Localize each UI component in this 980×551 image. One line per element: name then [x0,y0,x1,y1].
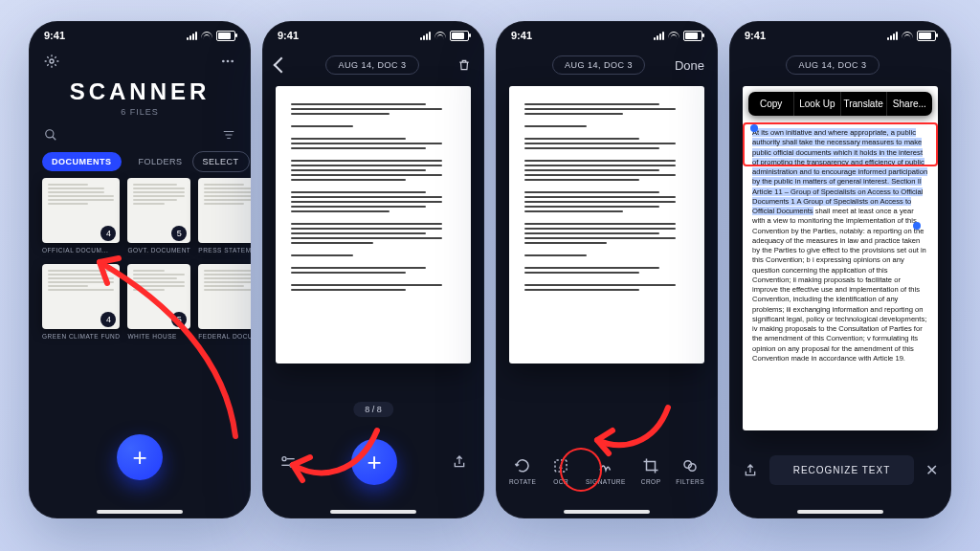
search-icon[interactable] [44,128,57,142]
doc-thumb[interactable]: 5 WHITE HOUSE [127,264,190,342]
home-indicator [330,510,416,514]
svg-point-1 [222,60,225,63]
svg-point-3 [231,60,234,63]
recognize-button[interactable]: RECOGNIZE TEXT [769,455,914,485]
home-indicator [97,510,183,514]
doc-label: OFFICIAL DOCUM... [42,247,120,256]
menu-share[interactable]: Share... [887,92,932,116]
share-icon[interactable] [452,453,467,471]
document-page[interactable] [509,86,704,364]
tool-label: CROP [641,478,661,485]
settings-icon[interactable] [44,54,59,69]
status-bar: 9:41 [496,21,718,48]
app-title: SCANNER [29,78,251,105]
tool-filters[interactable]: FILTERS [676,456,704,485]
back-icon[interactable] [274,57,290,74]
battery-icon [450,31,469,41]
doc-label: FEDERAL DOCUMENTS [198,333,251,342]
signal-icon [187,32,197,40]
doc-thumb[interactable]: 6 FEDERAL DOCUMENTS [198,264,251,342]
home-indicator [564,510,650,514]
doc-label: GREEN CLIMATE FUND [42,333,120,342]
annotation-arrow [588,402,674,459]
page-counter: 8 / 8 [353,402,393,417]
screen-edit: 9:41 AUG 14, DOC 3 Done ROTATE AOCR SIGN… [496,21,718,518]
more-icon[interactable] [220,54,235,69]
svg-point-6 [282,457,286,461]
doc-thumb[interactable]: 6 PRESS STATEMENT [198,178,251,256]
doc-label: GOVT. DOCUMENT [127,247,190,256]
document-page[interactable] [276,86,471,364]
home-indicator [797,510,883,514]
edit-toolbar: ROTATE AOCR SIGNATURE CROP FILTERS [496,456,718,485]
menu-lookup[interactable]: Look Up [794,92,840,116]
context-menu: Copy Look Up Translate Share... [748,92,932,116]
status-bar: 9:41 [262,21,484,48]
delete-icon[interactable] [457,57,471,73]
add-fab[interactable]: + [351,439,397,485]
wifi-icon [668,32,679,40]
annotation-box [743,122,938,166]
signal-icon [420,32,431,40]
status-bar: 9:41 [729,21,951,48]
document-grid: 4 OFFICIAL DOCUM... 5 GOVT. DOCUMENT 6 P… [29,178,251,342]
toggle-icon[interactable] [279,454,297,470]
tool-label: FILTERS [676,478,704,485]
annotation-circle [560,448,602,492]
svg-point-8 [290,463,294,467]
doc-title-chip[interactable]: AUG 14, DOC 3 [552,55,645,75]
screen-document: 9:41 AUG 14, DOC 3 8 / 8 + [262,21,484,518]
screen-library: 9:41 SCANNER 6 FILES DOCUMENTS FOLDERS S… [29,21,251,518]
share-icon[interactable] [743,462,758,479]
battery-icon [683,31,702,41]
wifi-icon [902,32,913,40]
tool-crop[interactable]: CROP [641,456,661,485]
battery-icon [216,31,235,41]
signal-icon [654,32,664,40]
tab-documents[interactable]: DOCUMENTS [42,152,122,171]
svg-point-0 [50,59,54,63]
doc-label: PRESS STATEMENT [198,247,251,256]
close-button[interactable]: ✕ [925,461,938,479]
sort-icon[interactable] [222,128,235,142]
doc-thumb[interactable]: 4 GREEN CLIMATE FUND [42,264,120,342]
body-text: shall meet at least once a year with a v… [752,207,926,363]
battery-icon [917,31,936,41]
doc-thumb[interactable]: 4 OFFICIAL DOCUM... [42,178,120,256]
doc-thumb[interactable]: 5 GOVT. DOCUMENT [127,178,190,256]
tab-folders[interactable]: FOLDERS [129,152,192,171]
select-button[interactable]: SELECT [192,151,250,172]
doc-label: WHITE HOUSE [127,333,190,342]
tool-rotate[interactable]: ROTATE [509,456,536,485]
file-count: 6 FILES [29,107,251,117]
wifi-icon [201,32,212,40]
svg-point-2 [227,60,230,63]
screen-ocr: 9:41 AUG 14, DOC 3 Copy Look Up Translat… [729,21,951,518]
status-time: 9:41 [511,30,532,41]
status-time: 9:41 [44,30,65,41]
selection-handle-end[interactable] [913,222,921,230]
signal-icon [887,32,898,40]
menu-copy[interactable]: Copy [748,92,794,116]
svg-line-5 [53,137,56,141]
tool-label: ROTATE [509,478,536,485]
wifi-icon [434,32,446,40]
menu-translate[interactable]: Translate [841,92,887,116]
status-time: 9:41 [278,30,299,41]
doc-title-chip[interactable]: AUG 14, DOC 3 [325,55,418,75]
doc-title-chip[interactable]: AUG 14, DOC 3 [786,55,879,75]
status-bar: 9:41 [29,21,251,48]
done-button[interactable]: Done [675,58,704,73]
scan-fab[interactable]: + [117,434,163,480]
status-time: 9:41 [745,30,766,41]
svg-point-4 [46,130,54,138]
